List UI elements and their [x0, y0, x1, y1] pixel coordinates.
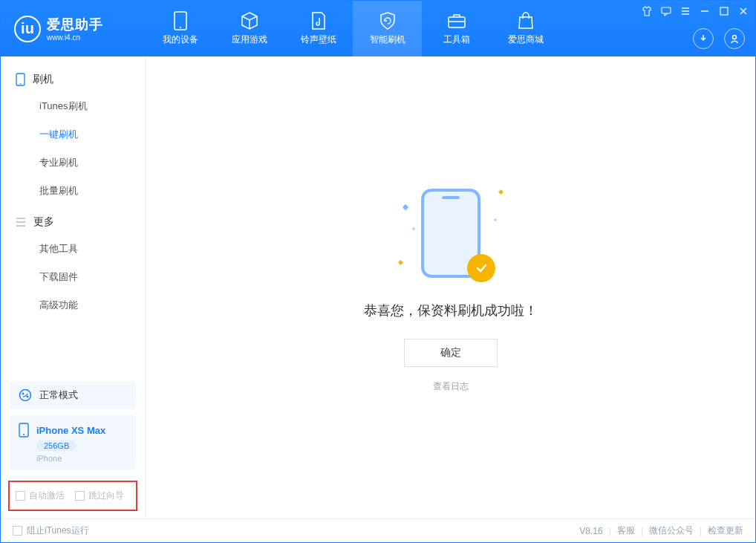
window-controls: [641, 5, 749, 17]
device-card[interactable]: iPhone XS Max 256GB iPhone: [10, 415, 136, 470]
svg-point-12: [23, 434, 25, 435]
statusbar: 阻止iTunes运行 V8.16 | 客服 | 微信公众号 | 检查更新: [1, 518, 755, 542]
body: 刷机 iTunes刷机 一键刷机 专业刷机 批量刷机 更多 其他工具 下载固件 …: [1, 56, 755, 518]
mode-label: 正常模式: [39, 388, 78, 402]
bag-icon: [516, 11, 535, 30]
checkmark-icon: [467, 254, 495, 282]
sidebar-item-itunes-flash[interactable]: iTunes刷机: [1, 92, 145, 120]
nav-smart-flash[interactable]: 智能刷机: [353, 1, 422, 56]
svg-point-9: [22, 393, 25, 395]
sidebar-head-flash: 刷机: [1, 67, 145, 92]
svg-point-8: [20, 390, 31, 401]
sidebar: 刷机 iTunes刷机 一键刷机 专业刷机 批量刷机 更多 其他工具 下载固件 …: [1, 56, 146, 518]
success-illustration: [399, 183, 503, 287]
highlighted-options: 自动激活 跳过向导: [8, 481, 137, 511]
storage-badge: 256GB: [36, 440, 76, 451]
checkbox-icon: [13, 526, 22, 536]
maximize-button[interactable]: [718, 5, 730, 17]
app-window: iu 爱思助手 www.i4.cn 我的设备 应用游戏 铃声壁纸 智能刷机: [0, 0, 756, 543]
shield-refresh-icon: [378, 11, 397, 30]
list-icon: [16, 218, 26, 227]
nav-toolbox[interactable]: 工具箱: [422, 1, 491, 56]
svg-point-1: [180, 27, 181, 28]
app-url: www.i4.cn: [47, 33, 103, 42]
svg-rect-4: [720, 7, 728, 15]
sidebar-item-download-firmware[interactable]: 下载固件: [1, 263, 145, 291]
mode-card[interactable]: 正常模式: [10, 381, 136, 409]
nav-apps-games[interactable]: 应用游戏: [215, 1, 284, 56]
skin-icon[interactable]: [641, 5, 653, 17]
minimize-button[interactable]: [699, 5, 711, 17]
sidebar-item-other-tools[interactable]: 其他工具: [1, 235, 145, 263]
sidebar-group-flash: 刷机 iTunes刷机 一键刷机 专业刷机 批量刷机: [1, 67, 145, 209]
device-name: iPhone XS Max: [36, 425, 105, 436]
view-log-link[interactable]: 查看日志: [433, 380, 469, 393]
device-icon: [16, 73, 25, 86]
link-check-update[interactable]: 检查更新: [708, 524, 743, 537]
phone-icon: [171, 11, 190, 30]
sidebar-item-pro-flash[interactable]: 专业刷机: [1, 149, 145, 177]
sidebar-item-advanced[interactable]: 高级功能: [1, 291, 145, 319]
download-button[interactable]: [693, 28, 714, 49]
sidebar-group-more: 更多 其他工具 下载固件 高级功能: [1, 209, 145, 324]
svg-point-5: [733, 36, 737, 39]
svg-point-7: [20, 83, 22, 85]
logo-icon: iu: [14, 16, 41, 42]
checkbox-skip-guide[interactable]: 跳过向导: [75, 490, 124, 502]
sidebar-item-batch-flash[interactable]: 批量刷机: [1, 177, 145, 205]
svg-rect-2: [449, 17, 465, 27]
link-support[interactable]: 客服: [617, 524, 635, 537]
version-label: V8.16: [579, 526, 602, 536]
music-file-icon: [309, 11, 328, 30]
success-message: 恭喜您，保资料刷机成功啦！: [364, 302, 538, 319]
main-nav: 我的设备 应用游戏 铃声壁纸 智能刷机 工具箱 爱思商城: [146, 1, 560, 56]
checkbox-auto-activate[interactable]: 自动激活: [16, 490, 65, 502]
checkbox-icon: [16, 491, 25, 501]
phone-small-icon: [19, 423, 29, 438]
nav-my-device[interactable]: 我的设备: [146, 1, 215, 56]
svg-rect-3: [662, 7, 671, 13]
sidebar-item-oneclick-flash[interactable]: 一键刷机: [1, 120, 145, 149]
titlebar-actions: [693, 28, 745, 49]
ok-button[interactable]: 确定: [404, 339, 498, 367]
checkbox-block-itunes[interactable]: 阻止iTunes运行: [13, 524, 89, 537]
toolbox-icon: [447, 11, 466, 30]
user-button[interactable]: [724, 28, 745, 49]
checkbox-icon: [75, 491, 85, 501]
main-content: 恭喜您，保资料刷机成功啦！ 确定 查看日志: [146, 56, 755, 518]
mode-icon: [19, 388, 32, 402]
sidebar-head-more: 更多: [1, 209, 145, 235]
app-name: 爱思助手: [47, 16, 103, 33]
titlebar: iu 爱思助手 www.i4.cn 我的设备 应用游戏 铃声壁纸 智能刷机: [1, 1, 755, 56]
device-type: iPhone: [36, 454, 127, 463]
menu-icon[interactable]: [680, 5, 691, 17]
link-wechat[interactable]: 微信公众号: [649, 524, 694, 537]
cube-icon: [240, 11, 259, 30]
nav-store[interactable]: 爱思商城: [491, 1, 560, 56]
svg-point-10: [27, 396, 29, 398]
logo-section: iu 爱思助手 www.i4.cn: [1, 16, 146, 42]
nav-ringtones-wallpapers[interactable]: 铃声壁纸: [284, 1, 353, 56]
feedback-icon[interactable]: [660, 5, 672, 17]
close-button[interactable]: [737, 5, 749, 17]
